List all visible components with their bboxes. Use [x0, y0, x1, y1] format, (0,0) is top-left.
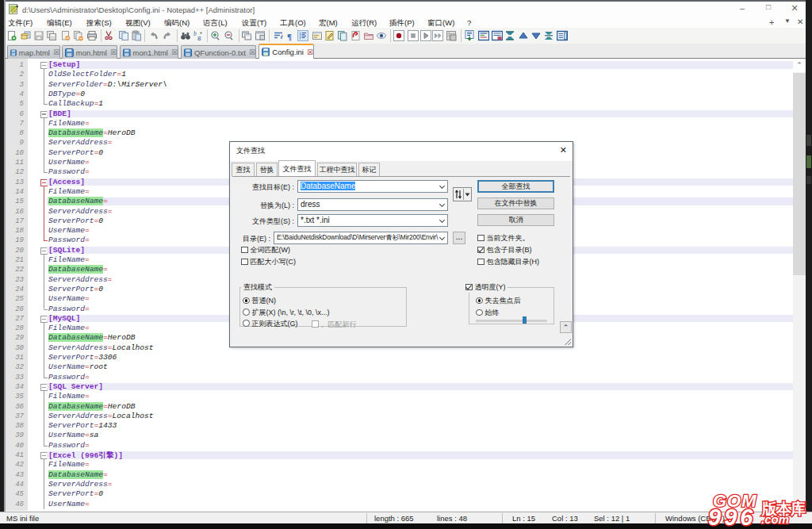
svg-text:.com: .com — [761, 512, 789, 526]
svg-text:b: b — [193, 30, 197, 37]
svg-text:8: 8 — [197, 35, 201, 42]
svg-text:¶: ¶ — [287, 32, 292, 41]
svg-text:996: 996 — [708, 504, 756, 529]
